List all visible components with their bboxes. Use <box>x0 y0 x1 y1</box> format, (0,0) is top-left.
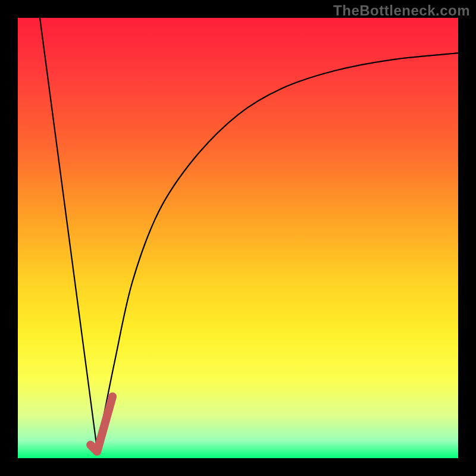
chart-frame: TheBottleneck.com <box>0 0 476 476</box>
watermark-text: TheBottleneck.com <box>333 2 470 19</box>
curve-left-descent <box>40 18 97 449</box>
plot-area <box>18 18 458 458</box>
curve-right-rise <box>97 53 458 449</box>
chart-svg <box>18 18 458 458</box>
